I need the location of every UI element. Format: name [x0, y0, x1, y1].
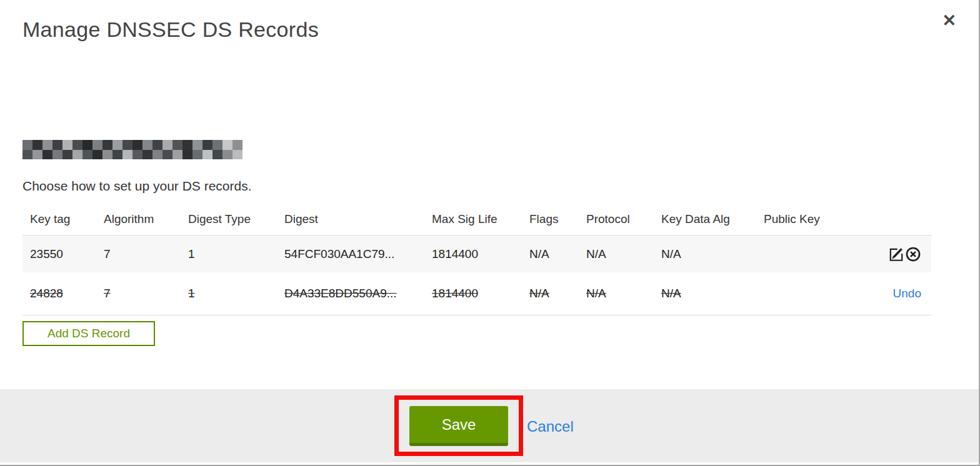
cell-key-tag: 24828 [30, 287, 104, 300]
cell-digest-type: 1 [188, 287, 284, 300]
col-header-digest-type: Digest Type [188, 212, 284, 226]
col-header-public-key: Public Key [764, 212, 839, 226]
undo-link[interactable]: Undo [893, 287, 921, 300]
col-header-protocol: Protocol [586, 212, 661, 226]
save-button[interactable]: Save [409, 406, 508, 446]
page-title: Manage DNSSEC DS Records [22, 17, 319, 42]
ds-records-table: Key tag Algorithm Digest Type Digest Max… [22, 204, 931, 315]
cell-flags: N/A [529, 287, 586, 300]
table-row-deleted: 24828 7 1 D4A33E8DD550A9... 1814400 N/A … [22, 272, 931, 315]
cell-algorithm: 7 [104, 247, 188, 261]
cell-protocol: N/A [586, 247, 661, 261]
col-header-digest: Digest [284, 212, 432, 226]
cancel-link[interactable]: Cancel [527, 418, 574, 435]
cell-digest: D4A33E8DD550A9... [284, 287, 432, 300]
cell-protocol: N/A [586, 287, 661, 300]
subtitle-text: Choose how to set up your DS records. [22, 179, 252, 194]
cell-key-data-alg: N/A [661, 247, 764, 261]
close-icon[interactable]: ✕ [942, 12, 956, 29]
cell-flags: N/A [529, 247, 586, 261]
col-header-algorithm: Algorithm [104, 212, 188, 226]
cell-digest: 54FCF030AA1C79... [284, 247, 432, 261]
cell-max-sig-life: 1814400 [432, 247, 529, 261]
cell-digest-type: 1 [188, 247, 284, 261]
cell-algorithm: 7 [104, 287, 188, 300]
cell-key-data-alg: N/A [661, 287, 764, 300]
dnssec-ds-records-modal: Manage DNSSEC DS Records ✕ Choose how to… [0, 0, 980, 466]
cell-key-tag: 23550 [30, 247, 104, 261]
modal-footer: Save Cancel [0, 389, 979, 462]
redacted-domain-name [22, 140, 242, 159]
col-header-key-data-alg: Key Data Alg [661, 212, 764, 226]
edit-record-icon[interactable] [888, 246, 904, 262]
cell-max-sig-life: 1814400 [432, 287, 529, 300]
col-header-max-sig-life: Max Sig Life [432, 212, 529, 226]
delete-record-icon[interactable] [905, 246, 921, 262]
add-ds-record-button[interactable]: Add DS Record [22, 321, 155, 346]
table-row: 23550 7 1 54FCF030AA1C79... 1814400 N/A … [22, 235, 931, 272]
col-header-key-tag: Key tag [30, 212, 104, 226]
table-header-row: Key tag Algorithm Digest Type Digest Max… [22, 204, 931, 235]
col-header-flags: Flags [529, 212, 586, 226]
